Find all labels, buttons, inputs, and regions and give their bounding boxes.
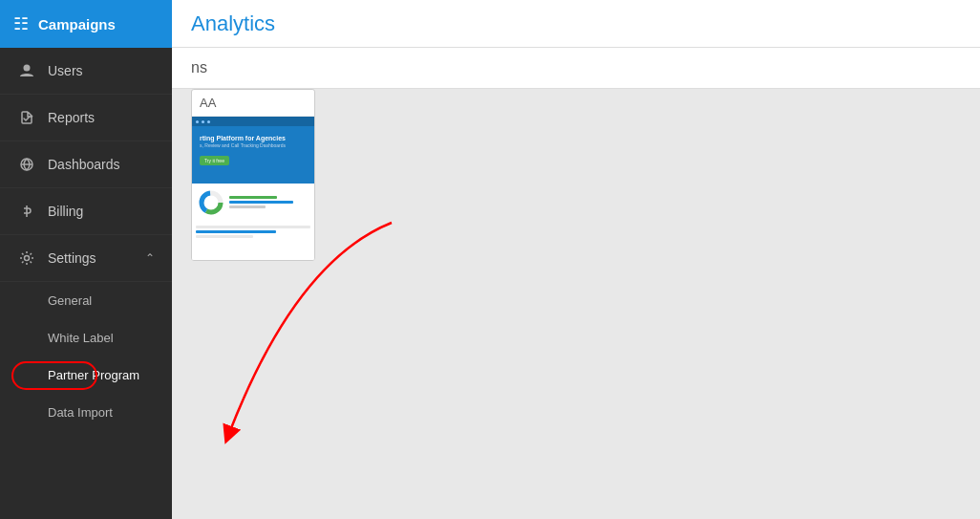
stat-line-green: [229, 196, 277, 199]
sidebar-item-reports[interactable]: Reports: [0, 95, 172, 141]
user-icon: [17, 63, 36, 78]
svg-point-0: [24, 65, 31, 72]
settings-submenu: General White Label Partner Program Data…: [0, 282, 172, 431]
globe-icon: [17, 157, 36, 172]
reports-icon: [17, 110, 36, 125]
content-area: AA rting Platform for Agencies s, Review…: [172, 89, 980, 519]
card-bottom-line-2: [196, 230, 276, 233]
data-import-label: Data Import: [48, 405, 113, 420]
general-label: General: [48, 293, 92, 308]
sidebar-item-billing[interactable]: Billing: [0, 188, 172, 235]
page-title: Analytics: [191, 11, 275, 36]
main-content: Analytics ns AA rting Platform for Agenc…: [172, 0, 980, 519]
card-bottom-area: [192, 222, 314, 260]
sidebar: ☷ Campaigns Users Reports: [0, 0, 172, 519]
card-image-area: rting Platform for Agencies s, Review an…: [192, 117, 314, 260]
sidebar-header[interactable]: ☷ Campaigns: [0, 0, 172, 48]
card-stat-lines: [229, 196, 309, 210]
reports-label: Reports: [48, 110, 155, 125]
sidebar-item-settings[interactable]: Settings ⌃: [0, 235, 172, 282]
submenu-item-white-label[interactable]: White Label: [0, 319, 172, 357]
white-label-label: White Label: [48, 331, 114, 345]
nav-dot-3: [207, 120, 210, 123]
submenu-item-partner-program[interactable]: Partner Program: [0, 357, 172, 394]
gear-icon: [17, 250, 36, 266]
dollar-icon: [17, 204, 36, 219]
sidebar-navigation: Users Reports Dashboards: [0, 48, 172, 519]
submenu-item-data-import[interactable]: Data Import: [0, 394, 172, 431]
nav-dot-2: [202, 120, 204, 123]
card-nav-bar: [192, 117, 314, 126]
sidebar-item-dashboards[interactable]: Dashboards: [0, 141, 172, 188]
nav-dot-1: [196, 120, 199, 123]
card-preview: AA rting Platform for Agencies s, Review…: [191, 89, 315, 261]
grid-icon: ☷: [13, 13, 29, 34]
card-label: AA: [192, 90, 314, 117]
stat-line-blue: [229, 201, 293, 204]
sub-header: ns: [172, 48, 980, 89]
sidebar-item-users[interactable]: Users: [0, 48, 172, 95]
chevron-up-icon: ⌃: [145, 251, 155, 265]
top-bar: Analytics: [172, 0, 980, 48]
card-blue-section: rting Platform for Agencies s, Review an…: [192, 126, 314, 184]
users-label: Users: [48, 63, 155, 78]
partner-program-label: Partner Program: [48, 368, 139, 382]
card-donut-chart: [197, 188, 225, 217]
card-bottom-line-3: [196, 235, 253, 238]
sub-header-text: ns: [191, 59, 207, 76]
dashboards-label: Dashboards: [48, 157, 155, 172]
card-cta-button[interactable]: Try it free: [200, 156, 229, 165]
svg-point-2: [25, 256, 30, 261]
card-stats-area: [192, 184, 314, 222]
card-blue-subtitle: s, Review and Call Tracking Dashboards: [200, 142, 307, 149]
submenu-item-general[interactable]: General: [0, 282, 172, 319]
card-bottom-line-1: [196, 226, 310, 228]
settings-label: Settings: [48, 250, 134, 266]
billing-label: Billing: [48, 204, 155, 219]
card-blue-title: rting Platform for Agencies: [200, 134, 307, 142]
stat-line-gray: [229, 205, 266, 208]
sidebar-header-label: Campaigns: [38, 16, 116, 32]
